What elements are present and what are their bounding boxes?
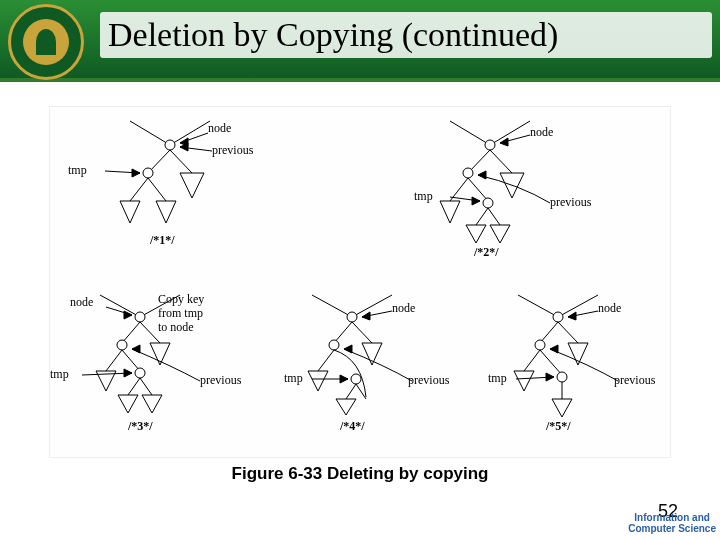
svg-line-37 <box>122 350 140 371</box>
svg-line-64 <box>540 322 558 343</box>
svg-point-5 <box>143 168 153 178</box>
label-tmp: tmp <box>488 371 507 386</box>
svg-marker-29 <box>478 171 486 179</box>
svg-line-1 <box>170 121 210 145</box>
svg-marker-44 <box>124 369 132 377</box>
label-previous: previous <box>200 373 241 388</box>
svg-line-15 <box>490 121 530 145</box>
svg-marker-57 <box>362 312 370 320</box>
svg-point-48 <box>347 312 357 322</box>
svg-marker-72 <box>568 312 576 320</box>
svg-line-0 <box>130 121 170 145</box>
svg-line-36 <box>106 350 122 371</box>
svg-point-19 <box>463 168 473 178</box>
diagram-step-5: node tmp previous /*5*/ <box>468 287 668 456</box>
label-previous: previous <box>550 195 591 210</box>
svg-line-68 <box>540 350 562 375</box>
label-tmp: tmp <box>50 367 69 382</box>
svg-marker-74 <box>546 373 554 381</box>
department-logo-icon: Information and Computer Science <box>628 512 716 534</box>
svg-line-67 <box>524 350 540 371</box>
svg-line-54 <box>346 384 356 399</box>
svg-line-61 <box>518 295 558 317</box>
svg-point-16 <box>485 140 495 150</box>
svg-point-53 <box>351 374 361 384</box>
step-tag-4: /*4*/ <box>340 419 365 434</box>
slide-header: Deletion by Copying (continued) <box>0 0 720 82</box>
step-tag-3: /*3*/ <box>128 419 153 434</box>
svg-line-47 <box>352 295 392 317</box>
svg-line-6 <box>130 178 148 201</box>
svg-marker-13 <box>132 169 140 177</box>
label-previous: previous <box>212 143 253 158</box>
svg-line-49 <box>334 322 352 343</box>
svg-line-23 <box>476 208 488 225</box>
svg-marker-28 <box>472 197 480 205</box>
step-tag-2: /*2*/ <box>474 245 499 260</box>
svg-line-21 <box>468 178 488 201</box>
diagram-step-2: node tmp previous /*2*/ <box>380 113 640 272</box>
svg-line-46 <box>312 295 352 317</box>
svg-line-18 <box>490 150 512 173</box>
svg-line-14 <box>450 121 490 145</box>
svg-line-39 <box>128 378 140 395</box>
label-node: node <box>70 295 93 310</box>
svg-line-34 <box>140 322 160 343</box>
label-node: node <box>598 301 621 316</box>
label-copy: Copy key from tmp to node <box>158 293 204 334</box>
svg-line-62 <box>558 295 598 317</box>
step-tag-1: /*1*/ <box>150 233 175 248</box>
diagram-step-4: node tmp previous /*4*/ <box>262 287 462 456</box>
svg-line-40 <box>140 378 152 395</box>
svg-point-2 <box>165 140 175 150</box>
diagram-step-1: node previous tmp /*1*/ <box>60 113 280 267</box>
svg-line-24 <box>488 208 500 225</box>
svg-point-22 <box>483 198 493 208</box>
svg-marker-60 <box>344 345 352 353</box>
svg-point-66 <box>535 340 545 350</box>
svg-point-69 <box>557 372 567 382</box>
svg-marker-59 <box>340 375 348 383</box>
diagram-step-3: node Copy key from tmp to node tmp previ… <box>50 287 260 456</box>
footer-text-top: Information and <box>628 512 716 523</box>
svg-marker-75 <box>550 345 558 353</box>
label-tmp: tmp <box>68 163 87 178</box>
step-tag-5: /*5*/ <box>546 419 571 434</box>
svg-point-63 <box>553 312 563 322</box>
svg-point-32 <box>135 312 145 322</box>
svg-line-7 <box>148 178 166 201</box>
label-node: node <box>208 121 231 136</box>
svg-point-38 <box>135 368 145 378</box>
label-tmp: tmp <box>414 189 433 204</box>
svg-point-51 <box>329 340 339 350</box>
footer-text-bottom: Computer Science <box>628 523 716 534</box>
svg-line-33 <box>122 322 140 343</box>
label-previous: previous <box>408 373 449 388</box>
figure-diagram: node previous tmp /*1*/ <box>49 106 671 458</box>
svg-point-35 <box>117 340 127 350</box>
svg-line-50 <box>352 322 372 343</box>
svg-line-65 <box>558 322 578 343</box>
slide-title: Deletion by Copying (continued) <box>100 12 712 58</box>
svg-line-52 <box>318 350 334 371</box>
university-seal-icon <box>8 4 84 80</box>
label-node: node <box>530 125 553 140</box>
label-node: node <box>392 301 415 316</box>
svg-marker-45 <box>132 345 140 353</box>
svg-marker-26 <box>500 138 508 146</box>
label-previous: previous <box>614 373 655 388</box>
figure-caption: Figure 6-33 Deleting by copying <box>0 464 720 484</box>
svg-line-30 <box>100 295 140 317</box>
label-tmp: tmp <box>284 371 303 386</box>
svg-line-4 <box>170 150 192 173</box>
